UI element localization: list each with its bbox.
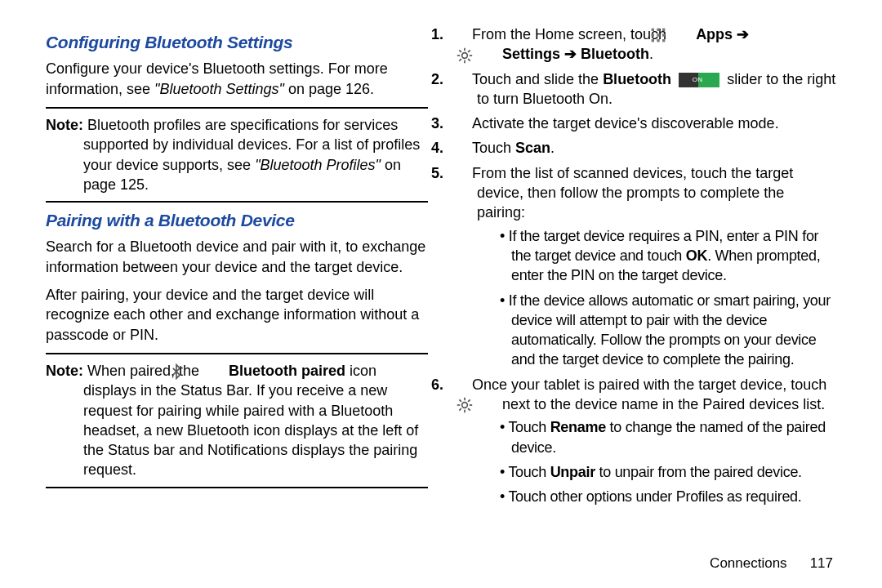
bullet-rename: Touch Rename to change the named of the … [500,417,836,457]
rule [46,353,428,354]
svg-point-9 [462,52,468,58]
para-search: Search for a Bluetooth device and pair w… [46,237,428,277]
footer-page-number: 117 [810,555,833,571]
svg-point-18 [462,403,468,408]
bold-ok: OK [686,247,707,264]
note-label: Note: [46,117,83,133]
ref-bluetooth-profiles: "Bluetooth Profiles" [255,157,381,173]
bullet-unpair: Touch Unpair to unpair from the paired d… [500,462,836,482]
footer-section: Connections [710,555,787,571]
para-intro: Configure your device's Bluetooth settin… [46,59,428,99]
text: If the device allows automatic or smart … [509,292,831,368]
step-6: 6.Once your tablet is paired with the ta… [454,375,836,507]
svg-rect-2 [662,29,665,31]
arrow-icon: ➔ [733,26,749,42]
text: on page 126. [284,81,374,97]
note-profiles: Note: Bluetooth profiles are specificati… [46,115,428,194]
text: icon displays in the Status Bar. If you … [83,363,418,478]
svg-rect-8 [662,39,665,42]
svg-line-25 [459,408,461,411]
bold-rename: Rename [550,419,606,435]
text: Touch [508,419,550,435]
arrow-icon: ➔ [560,46,581,62]
heading-configuring: Configuring Bluetooth Settings [46,31,428,54]
gear-icon [479,397,496,413]
svg-line-24 [468,408,470,411]
step-1: 1.From the Home screen, touch Apps ➔ Set… [454,24,836,65]
step-5: 5.From the list of scanned devices, touc… [454,163,836,370]
rule [46,107,428,109]
svg-line-17 [468,50,470,52]
left-column: Configuring Bluetooth Settings Configure… [33,24,441,572]
step-4: 4.Touch Scan. [454,138,836,158]
steps-list: 1.From the Home screen, touch Apps ➔ Set… [454,24,836,507]
text: When paired, the [83,363,203,379]
svg-rect-4 [657,34,659,37]
bullet-auto-pair: If the device allows automatic or smart … [500,291,836,370]
svg-rect-1 [657,29,659,31]
text: . [550,140,555,156]
note-label: Note: [46,363,83,379]
text: Touch [508,464,550,480]
right-column: 1.From the Home screen, touch Apps ➔ Set… [441,24,849,572]
switch-on-label: ON [698,73,719,87]
bold-unpair: Unpair [550,464,595,480]
bold-scan: Scan [515,140,550,156]
text: to unpair from the paired device. [595,464,802,480]
bullet-pin: If the target device requires a PIN, ent… [500,226,836,286]
text: From the Home screen, touch [472,26,670,42]
step6-bullets: Touch Rename to change the named of the … [477,417,836,506]
text: next to the device name in the Paired de… [498,396,825,412]
bluetooth-on-switch-icon: ON [679,73,719,87]
text: Once your tablet is paired with the targ… [472,376,826,393]
text: From the list of scanned devices, touch … [472,165,793,221]
bold-bluetooth: Bluetooth [603,71,671,87]
svg-rect-0 [652,29,654,31]
ref-bluetooth-settings: "Bluetooth Settings" [154,81,284,97]
svg-line-14 [459,50,461,52]
bold-bluetooth: Bluetooth [581,46,649,62]
svg-rect-7 [657,39,659,42]
rule [46,201,428,203]
bold-settings: Settings [502,46,560,62]
bold-apps: Apps [696,26,733,42]
svg-rect-3 [652,34,654,37]
apps-icon [673,27,689,43]
page-footer: Connections117 [710,555,833,573]
text: . [649,46,653,62]
text: Activate the target device's discoverabl… [472,115,779,131]
svg-line-16 [459,59,461,61]
heading-pairing: Pairing with a Bluetooth Device [46,209,428,232]
gear-icon [479,47,496,64]
text: Touch other options under Profiles as re… [508,488,801,505]
bullet-profiles: Touch other options under Profiles as re… [500,487,836,506]
bluetooth-paired-icon [206,363,222,380]
svg-line-15 [468,59,470,61]
svg-line-26 [468,400,470,403]
step-3: 3.Activate the target device's discovera… [454,114,836,133]
text: Touch and slide the [472,71,603,87]
para-after-pairing: After pairing, your device and the targe… [46,285,428,345]
note-paired-icon: Note: When paired, the Bluetooth paired … [46,361,428,480]
step5-bullets: If the target device requires a PIN, ent… [477,226,836,370]
svg-rect-6 [652,39,654,42]
bold-bluetooth-paired: Bluetooth paired [229,363,345,379]
step-2: 2.Touch and slide the Bluetooth ON slide… [454,69,836,109]
svg-line-23 [459,400,461,403]
svg-rect-5 [662,34,665,37]
manual-page: Configuring Bluetooth Settings Configure… [0,0,882,588]
text: Touch [472,140,515,156]
rule [46,487,428,488]
